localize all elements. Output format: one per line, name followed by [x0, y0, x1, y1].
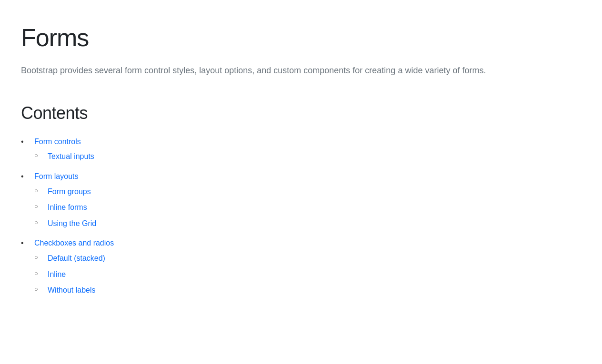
- bullet-inline: ○: [34, 268, 48, 279]
- toc-subitem-inline: ○ Inline: [34, 268, 114, 281]
- bullet-form-controls: •: [21, 136, 32, 148]
- contents-heading: Contents: [21, 100, 581, 126]
- bullet-form-groups: ○: [34, 186, 48, 196]
- toc-item-wrapper-form-layouts: Form layouts ○ Form groups ○ Inline form…: [34, 170, 96, 233]
- toc-link-form-controls[interactable]: Form controls: [34, 136, 94, 148]
- toc-link-without-labels[interactable]: Without labels: [48, 284, 96, 296]
- toc-sublist-form-layouts: ○ Form groups ○ Inline forms ○ Using the…: [34, 186, 96, 234]
- toc-link-checkboxes-radios[interactable]: Checkboxes and radios: [34, 237, 114, 249]
- toc-item-form-layouts: • Form layouts ○ Form groups ○ Inline fo…: [21, 170, 581, 233]
- toc-subitem-form-groups: ○ Form groups: [34, 186, 96, 198]
- toc-link-inline-forms[interactable]: Inline forms: [48, 201, 87, 214]
- toc-sublist-form-controls: ○ Textual inputs: [34, 150, 94, 167]
- bullet-using-the-grid: ○: [34, 217, 48, 228]
- bullet-inline-forms: ○: [34, 201, 48, 212]
- toc-link-form-groups[interactable]: Form groups: [48, 186, 91, 198]
- bullet-checkboxes-radios: •: [21, 237, 32, 249]
- toc-link-form-layouts[interactable]: Form layouts: [34, 170, 96, 183]
- toc-link-inline[interactable]: Inline: [48, 268, 66, 281]
- toc-subitem-using-the-grid: ○ Using the Grid: [34, 217, 96, 230]
- toc-item-wrapper-form-controls: Form controls ○ Textual inputs: [34, 136, 94, 167]
- page-description: Bootstrap provides several form control …: [21, 64, 545, 78]
- toc-subitem-inline-forms: ○ Inline forms: [34, 201, 96, 214]
- toc-subitem-textual-inputs: ○ Textual inputs: [34, 150, 94, 163]
- page-title: Forms: [21, 19, 581, 56]
- toc-link-textual-inputs[interactable]: Textual inputs: [48, 150, 94, 163]
- bullet-form-layouts: •: [21, 170, 32, 183]
- bullet-textual-inputs: ○: [34, 150, 48, 161]
- toc-sublist-checkboxes-radios: ○ Default (stacked) ○ Inline ○ Without l…: [34, 252, 114, 300]
- toc-item-form-controls: • Form controls ○ Textual inputs: [21, 136, 581, 167]
- toc-link-default-stacked[interactable]: Default (stacked): [48, 252, 105, 265]
- toc-subitem-default-stacked: ○ Default (stacked): [34, 252, 114, 265]
- toc-subitem-without-labels: ○ Without labels: [34, 284, 114, 296]
- bullet-without-labels: ○: [34, 284, 48, 295]
- toc-item-checkboxes-radios: • Checkboxes and radios ○ Default (stack…: [21, 237, 581, 300]
- toc-link-using-the-grid[interactable]: Using the Grid: [48, 217, 96, 230]
- toc-list: • Form controls ○ Textual inputs • Form …: [21, 136, 581, 300]
- toc-item-wrapper-checkboxes-radios: Checkboxes and radios ○ Default (stacked…: [34, 237, 114, 300]
- bullet-default-stacked: ○: [34, 252, 48, 263]
